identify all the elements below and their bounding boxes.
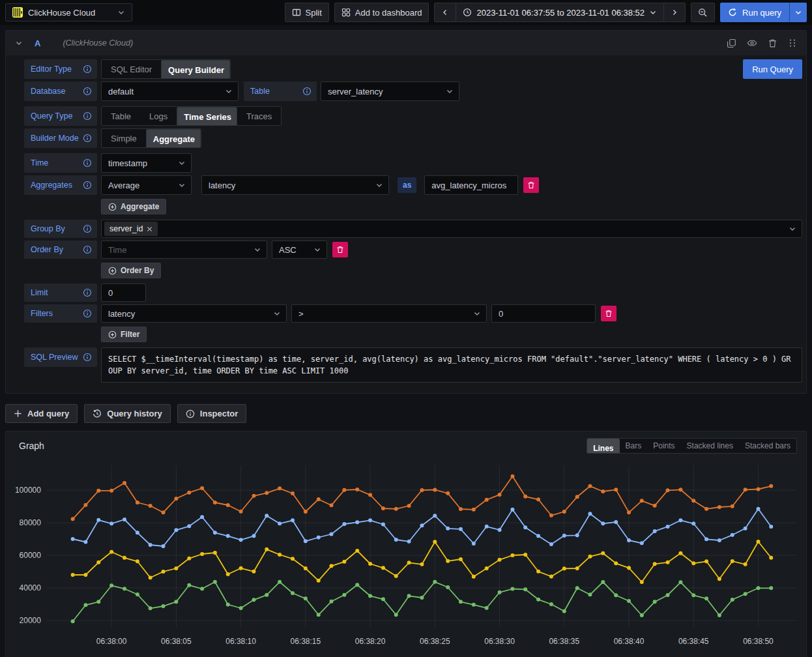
remove-chip-icon[interactable]: [147, 226, 152, 232]
data-point[interactable]: [588, 555, 592, 559]
data-point[interactable]: [744, 562, 747, 566]
data-point[interactable]: [252, 534, 255, 538]
data-point[interactable]: [510, 474, 514, 478]
data-point[interactable]: [472, 508, 476, 512]
data-point[interactable]: [510, 587, 514, 591]
data-point[interactable]: [653, 600, 657, 604]
data-point[interactable]: [174, 600, 178, 604]
info-icon[interactable]: [83, 245, 92, 254]
remove-aggregate-button[interactable]: [523, 177, 539, 193]
data-point[interactable]: [614, 488, 618, 491]
data-point[interactable]: [96, 561, 100, 564]
data-point[interactable]: [614, 593, 618, 597]
data-point[interactable]: [317, 497, 321, 501]
delete-query-trash-icon[interactable]: [768, 38, 777, 48]
data-point[interactable]: [678, 551, 682, 555]
data-point[interactable]: [162, 570, 166, 574]
add-filter-button[interactable]: Filter: [101, 327, 147, 342]
data-point[interactable]: [433, 514, 437, 518]
data-point[interactable]: [304, 510, 308, 514]
data-point[interactable]: [718, 613, 721, 617]
data-point[interactable]: [588, 484, 592, 488]
data-point[interactable]: [174, 497, 178, 501]
zoom-out-button[interactable]: [691, 3, 715, 22]
data-point[interactable]: [601, 551, 605, 555]
data-point[interactable]: [601, 489, 605, 493]
data-point[interactable]: [368, 493, 372, 497]
add-to-dashboard-button[interactable]: Add to dashboard: [334, 3, 429, 22]
data-point[interactable]: [459, 527, 463, 531]
data-point[interactable]: [96, 600, 100, 604]
data-point[interactable]: [394, 574, 398, 578]
data-point[interactable]: [433, 540, 437, 544]
data-point[interactable]: [653, 529, 657, 533]
add-aggregate-button[interactable]: Aggregate: [101, 199, 166, 214]
data-point[interactable]: [549, 514, 553, 518]
data-point[interactable]: [109, 489, 113, 493]
data-point[interactable]: [71, 573, 75, 577]
info-icon[interactable]: [83, 309, 92, 318]
data-point[interactable]: [536, 497, 540, 501]
duplicate-query-icon[interactable]: [727, 38, 736, 48]
data-point[interactable]: [433, 488, 437, 492]
order-by-direction-select[interactable]: ASC: [272, 241, 327, 259]
data-point[interactable]: [317, 536, 321, 540]
data-point[interactable]: [627, 510, 631, 514]
time-range-picker[interactable]: 2023-11-01 06:37:55 to 2023-11-01 06:38:…: [456, 3, 664, 22]
data-point[interactable]: [498, 528, 502, 532]
data-point[interactable]: [342, 593, 346, 597]
data-point[interactable]: [459, 507, 463, 511]
data-point[interactable]: [446, 585, 450, 589]
data-point[interactable]: [757, 586, 761, 590]
data-point[interactable]: [407, 504, 411, 508]
data-point[interactable]: [200, 486, 204, 490]
data-point[interactable]: [96, 489, 100, 493]
data-point[interactable]: [472, 575, 476, 579]
data-point[interactable]: [691, 499, 695, 503]
data-point[interactable]: [433, 580, 437, 584]
data-point[interactable]: [83, 503, 87, 507]
data-point[interactable]: [640, 613, 644, 617]
data-point[interactable]: [187, 557, 191, 561]
data-point[interactable]: [731, 598, 734, 602]
data-point[interactable]: [718, 505, 721, 509]
data-point[interactable]: [291, 591, 295, 595]
data-point[interactable]: [588, 512, 592, 516]
data-point[interactable]: [562, 566, 566, 570]
data-point[interactable]: [627, 599, 631, 603]
option-table[interactable]: Table: [102, 107, 140, 125]
data-point[interactable]: [575, 533, 579, 537]
data-point[interactable]: [174, 566, 178, 570]
data-point[interactable]: [265, 491, 268, 495]
data-point[interactable]: [640, 541, 644, 545]
data-point[interactable]: [704, 537, 708, 541]
data-point[interactable]: [523, 553, 527, 557]
data-point[interactable]: [381, 597, 385, 601]
data-point[interactable]: [744, 488, 747, 491]
query-header[interactable]: A (ClickHouse Cloud): [6, 31, 806, 55]
data-point[interactable]: [136, 531, 139, 534]
data-point[interactable]: [381, 523, 385, 527]
data-point[interactable]: [368, 594, 372, 598]
data-point[interactable]: [691, 561, 695, 565]
info-icon[interactable]: [83, 158, 92, 168]
data-point[interactable]: [744, 527, 747, 531]
data-point[interactable]: [226, 572, 230, 576]
mode-bars[interactable]: Bars: [620, 439, 648, 453]
data-point[interactable]: [355, 583, 359, 587]
data-point[interactable]: [420, 596, 424, 600]
data-point[interactable]: [187, 491, 191, 495]
data-point[interactable]: [394, 538, 398, 542]
data-point[interactable]: [575, 566, 579, 570]
aggregate-column-select[interactable]: latency: [201, 175, 389, 195]
data-point[interactable]: [71, 537, 75, 541]
add-order-by-button[interactable]: Order By: [101, 263, 161, 278]
data-point[interactable]: [691, 593, 695, 597]
data-point[interactable]: [614, 520, 618, 524]
option-query-builder[interactable]: Query Builder: [161, 60, 230, 79]
data-point[interactable]: [420, 562, 424, 566]
data-point[interactable]: [536, 534, 540, 538]
data-point[interactable]: [498, 493, 502, 497]
data-point[interactable]: [278, 553, 282, 557]
data-point[interactable]: [226, 603, 230, 607]
